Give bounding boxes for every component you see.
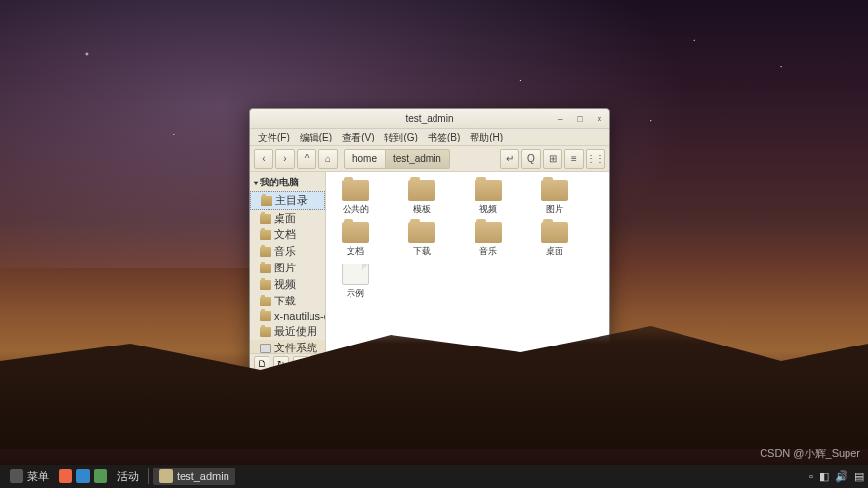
folder-icon xyxy=(260,280,271,290)
minimize-button[interactable]: – xyxy=(555,113,566,125)
file-label: 公共的 xyxy=(343,203,369,216)
file-item[interactable]: 公共的 xyxy=(334,180,377,216)
folder-icon xyxy=(342,180,369,201)
file-item[interactable]: 模板 xyxy=(400,180,443,216)
file-label: 文档 xyxy=(347,245,364,258)
desktop: test_admin – □ × 文件(F) 编辑(E) 查看(V) 转到(G)… xyxy=(0,0,868,488)
folder-icon xyxy=(159,469,173,483)
toolbar: ‹ › ^ ⌂ home test_admin ↵ Q ⊞ ≡ ⋮⋮ xyxy=(250,146,609,172)
forward-button[interactable]: › xyxy=(275,149,295,169)
sidebar-item-label: 文档 xyxy=(274,227,296,242)
up-button[interactable]: ^ xyxy=(297,149,316,169)
path-home[interactable]: home xyxy=(344,149,386,169)
back-button[interactable]: ‹ xyxy=(254,149,273,169)
menu-icon xyxy=(10,469,23,483)
folder-icon xyxy=(260,214,271,224)
file-item[interactable]: 视频 xyxy=(467,180,510,216)
menu-view[interactable]: 查看(V) xyxy=(338,129,378,146)
maximize-button[interactable]: □ xyxy=(574,113,586,125)
menu-edit[interactable]: 编辑(E) xyxy=(296,129,336,146)
sidebar-item[interactable]: 视频 xyxy=(250,276,325,293)
path-bar: home test_admin xyxy=(344,149,450,169)
sidebar-section-header[interactable]: 我的电脑 xyxy=(250,174,325,191)
tray-icon[interactable]: ◧ xyxy=(819,470,829,483)
file-item[interactable]: 文档 xyxy=(334,222,377,258)
sidebar-item[interactable]: 文件系统 xyxy=(250,340,325,353)
watermark: CSDN @小辉_Super xyxy=(760,446,860,461)
file-item[interactable]: 下载 xyxy=(400,222,443,258)
menu-file[interactable]: 文件(F) xyxy=(254,129,294,146)
sidebar-item[interactable]: 音乐 xyxy=(250,243,325,260)
window-title: test_admin xyxy=(406,113,454,124)
file-label: 视频 xyxy=(479,203,497,216)
sidebar-item-label: 主目录 xyxy=(275,193,308,208)
view-list-button[interactable]: ≡ xyxy=(564,149,584,169)
window-body: 我的电脑主目录桌面文档音乐图片视频下载x-nautilus-d…最近使用文件系统… xyxy=(250,172,609,353)
folder-icon xyxy=(260,264,271,273)
view-icons-button[interactable]: ⊞ xyxy=(543,149,562,169)
close-button[interactable]: × xyxy=(594,113,605,125)
folder-icon xyxy=(408,180,435,201)
taskbar-menu[interactable]: 菜单 xyxy=(4,468,55,485)
sidebar-item-label: 音乐 xyxy=(274,244,296,259)
app-icon-3[interactable] xyxy=(94,469,107,483)
sidebar-item[interactable]: 最近使用 xyxy=(250,323,325,340)
taskbar-activities[interactable]: 活动 xyxy=(111,468,145,485)
tray-icon[interactable]: ▤ xyxy=(854,470,864,483)
file-label: 模板 xyxy=(413,203,431,216)
sidebar-item-label: 文件系统 xyxy=(274,341,317,353)
sidebar-item-label: 视频 xyxy=(274,277,296,292)
taskbar-app-label: test_admin xyxy=(177,470,229,482)
file-item[interactable]: 图片 xyxy=(533,180,576,216)
menu-go[interactable]: 转到(G) xyxy=(380,129,421,146)
file-label: 示例 xyxy=(347,287,364,300)
status-btn-3[interactable]: ⊞ xyxy=(293,356,309,372)
zoom-slider[interactable] xyxy=(551,362,599,366)
folder-icon xyxy=(260,247,271,257)
file-label: 音乐 xyxy=(479,245,497,258)
sidebar-item[interactable]: x-nautilus-d… xyxy=(250,309,325,323)
sidebar-item[interactable]: 图片 xyxy=(250,260,325,276)
system-tray: ▫ ◧ 🔊 ▤ xyxy=(809,470,864,483)
folder-icon xyxy=(260,311,271,321)
sidebar-item[interactable]: 桌面 xyxy=(250,210,325,226)
sidebar-item-label: 图片 xyxy=(274,261,296,275)
tray-icon[interactable]: ▫ xyxy=(809,470,813,482)
status-btn-2[interactable]: ↻ xyxy=(273,356,289,372)
view-compact-button[interactable]: ⋮⋮ xyxy=(586,149,605,169)
taskbar-app[interactable]: test_admin xyxy=(153,468,235,485)
search-button[interactable]: Q xyxy=(521,149,541,169)
menubar: 文件(F) 编辑(E) 查看(V) 转到(G) 书签(B) 帮助(H) xyxy=(250,129,609,146)
path-current[interactable]: test_admin xyxy=(386,149,450,169)
sidebar-item[interactable]: 主目录 xyxy=(250,191,325,210)
app-icon-2[interactable] xyxy=(76,469,90,483)
menu-bookmarks[interactable]: 书签(B) xyxy=(424,129,464,146)
app-icon-1[interactable] xyxy=(59,469,72,483)
folder-icon xyxy=(342,222,369,243)
taskbar-menu-label: 菜单 xyxy=(27,469,49,484)
file-item[interactable]: 桌面 xyxy=(533,222,576,258)
tray-icon[interactable]: 🔊 xyxy=(835,470,848,483)
sidebar: 我的电脑主目录桌面文档音乐图片视频下载x-nautilus-d…最近使用文件系统… xyxy=(250,172,326,353)
file-item[interactable]: 示例 xyxy=(334,264,377,300)
folder-icon xyxy=(541,180,568,201)
file-item[interactable]: 音乐 xyxy=(467,222,510,258)
status-btn-1[interactable]: 🗋 xyxy=(254,356,269,372)
sidebar-item[interactable]: 下载 xyxy=(250,293,325,309)
sidebar-item-label: 下载 xyxy=(274,294,296,308)
sidebar-item[interactable]: 文档 xyxy=(250,226,325,243)
titlebar[interactable]: test_admin – □ × xyxy=(250,109,609,129)
home-button[interactable]: ⌂ xyxy=(318,149,338,169)
location-button[interactable]: ↵ xyxy=(500,149,519,169)
window-controls: – □ × xyxy=(555,113,605,125)
clock-icon xyxy=(260,327,271,337)
taskbar: 菜单 活动 test_admin ▫ ◧ 🔊 ▤ xyxy=(0,465,868,488)
doc-icon xyxy=(342,264,369,285)
sidebar-item-label: x-nautilus-d… xyxy=(274,310,325,322)
folder-icon xyxy=(408,222,435,243)
drive-icon xyxy=(260,344,271,353)
file-label: 下载 xyxy=(413,245,431,258)
folder-icon xyxy=(260,230,271,240)
menu-help[interactable]: 帮助(H) xyxy=(466,129,507,146)
file-view[interactable]: 公共的模板视频图片文档下载音乐桌面示例 xyxy=(326,172,609,353)
